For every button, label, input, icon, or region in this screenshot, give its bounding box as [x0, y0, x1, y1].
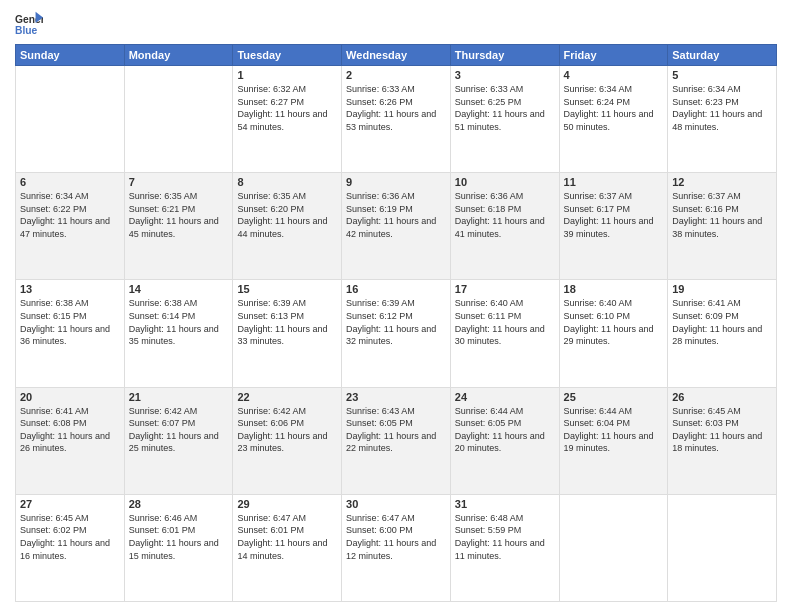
day-info: Sunrise: 6:42 AM Sunset: 6:07 PM Dayligh… — [129, 405, 229, 455]
day-number: 15 — [237, 283, 337, 295]
calendar-cell: 23Sunrise: 6:43 AM Sunset: 6:05 PM Dayli… — [342, 387, 451, 494]
day-info: Sunrise: 6:36 AM Sunset: 6:19 PM Dayligh… — [346, 190, 446, 240]
day-number: 23 — [346, 391, 446, 403]
day-number: 10 — [455, 176, 555, 188]
day-info: Sunrise: 6:34 AM Sunset: 6:23 PM Dayligh… — [672, 83, 772, 133]
day-info: Sunrise: 6:42 AM Sunset: 6:06 PM Dayligh… — [237, 405, 337, 455]
day-info: Sunrise: 6:34 AM Sunset: 6:24 PM Dayligh… — [564, 83, 664, 133]
day-info: Sunrise: 6:45 AM Sunset: 6:03 PM Dayligh… — [672, 405, 772, 455]
day-number: 20 — [20, 391, 120, 403]
calendar-cell: 31Sunrise: 6:48 AM Sunset: 5:59 PM Dayli… — [450, 494, 559, 601]
weekday-header: Friday — [559, 45, 668, 66]
calendar-cell: 9Sunrise: 6:36 AM Sunset: 6:19 PM Daylig… — [342, 173, 451, 280]
calendar-week-row: 27Sunrise: 6:45 AM Sunset: 6:02 PM Dayli… — [16, 494, 777, 601]
day-number: 7 — [129, 176, 229, 188]
day-info: Sunrise: 6:44 AM Sunset: 6:05 PM Dayligh… — [455, 405, 555, 455]
calendar-cell: 10Sunrise: 6:36 AM Sunset: 6:18 PM Dayli… — [450, 173, 559, 280]
day-number: 12 — [672, 176, 772, 188]
logo: General Blue — [15, 10, 43, 38]
day-number: 13 — [20, 283, 120, 295]
day-info: Sunrise: 6:40 AM Sunset: 6:11 PM Dayligh… — [455, 297, 555, 347]
calendar-cell: 15Sunrise: 6:39 AM Sunset: 6:13 PM Dayli… — [233, 280, 342, 387]
calendar-cell: 14Sunrise: 6:38 AM Sunset: 6:14 PM Dayli… — [124, 280, 233, 387]
weekday-header: Monday — [124, 45, 233, 66]
day-info: Sunrise: 6:36 AM Sunset: 6:18 PM Dayligh… — [455, 190, 555, 240]
calendar-week-row: 1Sunrise: 6:32 AM Sunset: 6:27 PM Daylig… — [16, 66, 777, 173]
calendar-cell: 27Sunrise: 6:45 AM Sunset: 6:02 PM Dayli… — [16, 494, 125, 601]
calendar-cell: 22Sunrise: 6:42 AM Sunset: 6:06 PM Dayli… — [233, 387, 342, 494]
day-info: Sunrise: 6:48 AM Sunset: 5:59 PM Dayligh… — [455, 512, 555, 562]
day-number: 16 — [346, 283, 446, 295]
day-info: Sunrise: 6:37 AM Sunset: 6:17 PM Dayligh… — [564, 190, 664, 240]
day-number: 25 — [564, 391, 664, 403]
day-info: Sunrise: 6:38 AM Sunset: 6:15 PM Dayligh… — [20, 297, 120, 347]
day-number: 3 — [455, 69, 555, 81]
day-number: 1 — [237, 69, 337, 81]
calendar-cell: 30Sunrise: 6:47 AM Sunset: 6:00 PM Dayli… — [342, 494, 451, 601]
calendar-cell: 29Sunrise: 6:47 AM Sunset: 6:01 PM Dayli… — [233, 494, 342, 601]
day-number: 21 — [129, 391, 229, 403]
day-number: 18 — [564, 283, 664, 295]
day-info: Sunrise: 6:39 AM Sunset: 6:12 PM Dayligh… — [346, 297, 446, 347]
day-info: Sunrise: 6:40 AM Sunset: 6:10 PM Dayligh… — [564, 297, 664, 347]
day-number: 17 — [455, 283, 555, 295]
day-number: 30 — [346, 498, 446, 510]
calendar-cell — [559, 494, 668, 601]
calendar-cell: 6Sunrise: 6:34 AM Sunset: 6:22 PM Daylig… — [16, 173, 125, 280]
calendar-cell: 20Sunrise: 6:41 AM Sunset: 6:08 PM Dayli… — [16, 387, 125, 494]
day-number: 27 — [20, 498, 120, 510]
calendar-cell: 19Sunrise: 6:41 AM Sunset: 6:09 PM Dayli… — [668, 280, 777, 387]
day-number: 28 — [129, 498, 229, 510]
calendar-week-row: 20Sunrise: 6:41 AM Sunset: 6:08 PM Dayli… — [16, 387, 777, 494]
day-info: Sunrise: 6:44 AM Sunset: 6:04 PM Dayligh… — [564, 405, 664, 455]
calendar-cell: 16Sunrise: 6:39 AM Sunset: 6:12 PM Dayli… — [342, 280, 451, 387]
calendar-cell: 4Sunrise: 6:34 AM Sunset: 6:24 PM Daylig… — [559, 66, 668, 173]
calendar-cell: 13Sunrise: 6:38 AM Sunset: 6:15 PM Dayli… — [16, 280, 125, 387]
calendar-cell — [124, 66, 233, 173]
calendar-week-row: 6Sunrise: 6:34 AM Sunset: 6:22 PM Daylig… — [16, 173, 777, 280]
day-info: Sunrise: 6:38 AM Sunset: 6:14 PM Dayligh… — [129, 297, 229, 347]
day-number: 9 — [346, 176, 446, 188]
day-number: 19 — [672, 283, 772, 295]
calendar-week-row: 13Sunrise: 6:38 AM Sunset: 6:15 PM Dayli… — [16, 280, 777, 387]
calendar-cell: 1Sunrise: 6:32 AM Sunset: 6:27 PM Daylig… — [233, 66, 342, 173]
weekday-header: Tuesday — [233, 45, 342, 66]
day-number: 4 — [564, 69, 664, 81]
weekday-header: Thursday — [450, 45, 559, 66]
calendar-cell — [16, 66, 125, 173]
calendar-cell: 11Sunrise: 6:37 AM Sunset: 6:17 PM Dayli… — [559, 173, 668, 280]
page: General Blue SundayMondayTuesdayWednesda… — [0, 0, 792, 612]
day-number: 6 — [20, 176, 120, 188]
calendar-cell: 3Sunrise: 6:33 AM Sunset: 6:25 PM Daylig… — [450, 66, 559, 173]
calendar-cell: 5Sunrise: 6:34 AM Sunset: 6:23 PM Daylig… — [668, 66, 777, 173]
day-number: 31 — [455, 498, 555, 510]
day-number: 8 — [237, 176, 337, 188]
day-info: Sunrise: 6:34 AM Sunset: 6:22 PM Dayligh… — [20, 190, 120, 240]
day-info: Sunrise: 6:33 AM Sunset: 6:25 PM Dayligh… — [455, 83, 555, 133]
day-info: Sunrise: 6:45 AM Sunset: 6:02 PM Dayligh… — [20, 512, 120, 562]
day-info: Sunrise: 6:41 AM Sunset: 6:08 PM Dayligh… — [20, 405, 120, 455]
calendar-cell: 8Sunrise: 6:35 AM Sunset: 6:20 PM Daylig… — [233, 173, 342, 280]
day-info: Sunrise: 6:46 AM Sunset: 6:01 PM Dayligh… — [129, 512, 229, 562]
day-info: Sunrise: 6:35 AM Sunset: 6:21 PM Dayligh… — [129, 190, 229, 240]
day-info: Sunrise: 6:37 AM Sunset: 6:16 PM Dayligh… — [672, 190, 772, 240]
calendar-cell: 2Sunrise: 6:33 AM Sunset: 6:26 PM Daylig… — [342, 66, 451, 173]
header: General Blue — [15, 10, 777, 38]
day-info: Sunrise: 6:41 AM Sunset: 6:09 PM Dayligh… — [672, 297, 772, 347]
day-info: Sunrise: 6:35 AM Sunset: 6:20 PM Dayligh… — [237, 190, 337, 240]
calendar-cell: 21Sunrise: 6:42 AM Sunset: 6:07 PM Dayli… — [124, 387, 233, 494]
calendar-cell: 12Sunrise: 6:37 AM Sunset: 6:16 PM Dayli… — [668, 173, 777, 280]
calendar-cell — [668, 494, 777, 601]
calendar-cell: 17Sunrise: 6:40 AM Sunset: 6:11 PM Dayli… — [450, 280, 559, 387]
day-info: Sunrise: 6:33 AM Sunset: 6:26 PM Dayligh… — [346, 83, 446, 133]
calendar-cell: 26Sunrise: 6:45 AM Sunset: 6:03 PM Dayli… — [668, 387, 777, 494]
calendar-cell: 28Sunrise: 6:46 AM Sunset: 6:01 PM Dayli… — [124, 494, 233, 601]
day-number: 14 — [129, 283, 229, 295]
day-info: Sunrise: 6:39 AM Sunset: 6:13 PM Dayligh… — [237, 297, 337, 347]
day-info: Sunrise: 6:43 AM Sunset: 6:05 PM Dayligh… — [346, 405, 446, 455]
logo-icon: General Blue — [15, 10, 43, 38]
day-number: 22 — [237, 391, 337, 403]
day-info: Sunrise: 6:47 AM Sunset: 6:01 PM Dayligh… — [237, 512, 337, 562]
calendar-table: SundayMondayTuesdayWednesdayThursdayFrid… — [15, 44, 777, 602]
weekday-header-row: SundayMondayTuesdayWednesdayThursdayFrid… — [16, 45, 777, 66]
